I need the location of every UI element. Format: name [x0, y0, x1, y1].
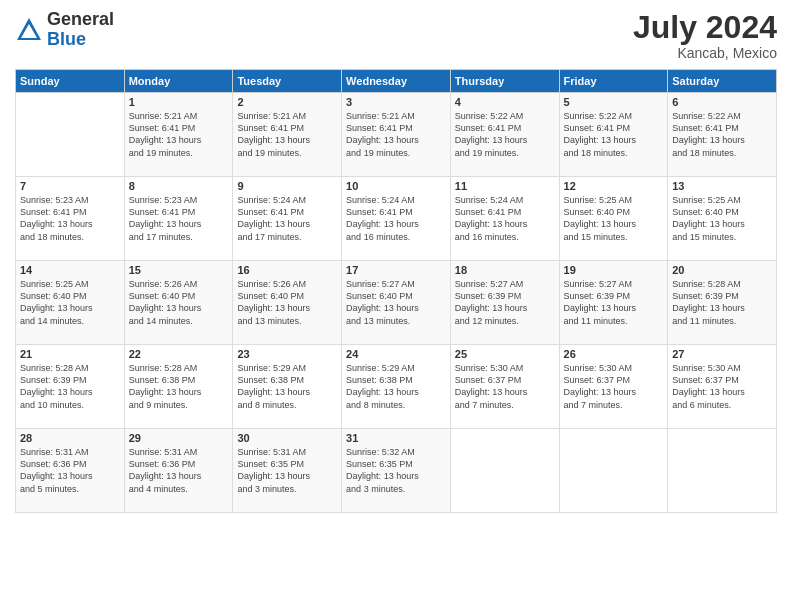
calendar-cell: 6Sunrise: 5:22 AM Sunset: 6:41 PM Daylig… [668, 93, 777, 177]
day-info: Sunrise: 5:31 AM Sunset: 6:35 PM Dayligh… [237, 446, 337, 495]
week-row-5: 28Sunrise: 5:31 AM Sunset: 6:36 PM Dayli… [16, 429, 777, 513]
day-info: Sunrise: 5:21 AM Sunset: 6:41 PM Dayligh… [129, 110, 229, 159]
day-info: Sunrise: 5:29 AM Sunset: 6:38 PM Dayligh… [237, 362, 337, 411]
calendar-cell: 30Sunrise: 5:31 AM Sunset: 6:35 PM Dayli… [233, 429, 342, 513]
calendar-cell: 27Sunrise: 5:30 AM Sunset: 6:37 PM Dayli… [668, 345, 777, 429]
day-info: Sunrise: 5:25 AM Sunset: 6:40 PM Dayligh… [564, 194, 664, 243]
logo-blue: Blue [47, 29, 86, 49]
calendar-cell: 4Sunrise: 5:22 AM Sunset: 6:41 PM Daylig… [450, 93, 559, 177]
calendar-cell: 20Sunrise: 5:28 AM Sunset: 6:39 PM Dayli… [668, 261, 777, 345]
calendar-cell: 25Sunrise: 5:30 AM Sunset: 6:37 PM Dayli… [450, 345, 559, 429]
weekday-header-friday: Friday [559, 70, 668, 93]
calendar-cell: 23Sunrise: 5:29 AM Sunset: 6:38 PM Dayli… [233, 345, 342, 429]
calendar-cell: 14Sunrise: 5:25 AM Sunset: 6:40 PM Dayli… [16, 261, 125, 345]
day-number: 9 [237, 180, 337, 192]
day-info: Sunrise: 5:32 AM Sunset: 6:35 PM Dayligh… [346, 446, 446, 495]
calendar-cell: 3Sunrise: 5:21 AM Sunset: 6:41 PM Daylig… [342, 93, 451, 177]
calendar-cell: 5Sunrise: 5:22 AM Sunset: 6:41 PM Daylig… [559, 93, 668, 177]
day-info: Sunrise: 5:23 AM Sunset: 6:41 PM Dayligh… [20, 194, 120, 243]
day-number: 29 [129, 432, 229, 444]
calendar-cell: 19Sunrise: 5:27 AM Sunset: 6:39 PM Dayli… [559, 261, 668, 345]
day-number: 30 [237, 432, 337, 444]
day-number: 12 [564, 180, 664, 192]
day-info: Sunrise: 5:26 AM Sunset: 6:40 PM Dayligh… [237, 278, 337, 327]
day-info: Sunrise: 5:28 AM Sunset: 6:39 PM Dayligh… [20, 362, 120, 411]
day-number: 10 [346, 180, 446, 192]
day-info: Sunrise: 5:22 AM Sunset: 6:41 PM Dayligh… [672, 110, 772, 159]
day-info: Sunrise: 5:29 AM Sunset: 6:38 PM Dayligh… [346, 362, 446, 411]
day-number: 18 [455, 264, 555, 276]
day-number: 21 [20, 348, 120, 360]
day-info: Sunrise: 5:27 AM Sunset: 6:39 PM Dayligh… [564, 278, 664, 327]
day-info: Sunrise: 5:24 AM Sunset: 6:41 PM Dayligh… [455, 194, 555, 243]
day-number: 28 [20, 432, 120, 444]
day-info: Sunrise: 5:31 AM Sunset: 6:36 PM Dayligh… [20, 446, 120, 495]
calendar-cell: 31Sunrise: 5:32 AM Sunset: 6:35 PM Dayli… [342, 429, 451, 513]
day-info: Sunrise: 5:30 AM Sunset: 6:37 PM Dayligh… [564, 362, 664, 411]
weekday-header-saturday: Saturday [668, 70, 777, 93]
calendar-table: SundayMondayTuesdayWednesdayThursdayFrid… [15, 69, 777, 513]
day-info: Sunrise: 5:30 AM Sunset: 6:37 PM Dayligh… [672, 362, 772, 411]
day-info: Sunrise: 5:28 AM Sunset: 6:38 PM Dayligh… [129, 362, 229, 411]
day-info: Sunrise: 5:30 AM Sunset: 6:37 PM Dayligh… [455, 362, 555, 411]
day-info: Sunrise: 5:21 AM Sunset: 6:41 PM Dayligh… [237, 110, 337, 159]
day-number: 13 [672, 180, 772, 192]
calendar-cell: 16Sunrise: 5:26 AM Sunset: 6:40 PM Dayli… [233, 261, 342, 345]
day-number: 24 [346, 348, 446, 360]
calendar-cell: 17Sunrise: 5:27 AM Sunset: 6:40 PM Dayli… [342, 261, 451, 345]
calendar-cell: 26Sunrise: 5:30 AM Sunset: 6:37 PM Dayli… [559, 345, 668, 429]
day-number: 2 [237, 96, 337, 108]
day-info: Sunrise: 5:25 AM Sunset: 6:40 PM Dayligh… [20, 278, 120, 327]
day-info: Sunrise: 5:28 AM Sunset: 6:39 PM Dayligh… [672, 278, 772, 327]
week-row-4: 21Sunrise: 5:28 AM Sunset: 6:39 PM Dayli… [16, 345, 777, 429]
week-row-3: 14Sunrise: 5:25 AM Sunset: 6:40 PM Dayli… [16, 261, 777, 345]
day-number: 5 [564, 96, 664, 108]
calendar-cell: 29Sunrise: 5:31 AM Sunset: 6:36 PM Dayli… [124, 429, 233, 513]
calendar-cell [559, 429, 668, 513]
day-number: 8 [129, 180, 229, 192]
day-info: Sunrise: 5:22 AM Sunset: 6:41 PM Dayligh… [564, 110, 664, 159]
page: General Blue July 2024 Kancab, Mexico Su… [0, 0, 792, 612]
calendar-cell: 7Sunrise: 5:23 AM Sunset: 6:41 PM Daylig… [16, 177, 125, 261]
day-number: 7 [20, 180, 120, 192]
title-block: July 2024 Kancab, Mexico [633, 10, 777, 61]
day-number: 3 [346, 96, 446, 108]
calendar-cell: 15Sunrise: 5:26 AM Sunset: 6:40 PM Dayli… [124, 261, 233, 345]
calendar-cell: 24Sunrise: 5:29 AM Sunset: 6:38 PM Dayli… [342, 345, 451, 429]
calendar-cell [16, 93, 125, 177]
calendar-cell: 10Sunrise: 5:24 AM Sunset: 6:41 PM Dayli… [342, 177, 451, 261]
calendar-cell: 2Sunrise: 5:21 AM Sunset: 6:41 PM Daylig… [233, 93, 342, 177]
day-info: Sunrise: 5:24 AM Sunset: 6:41 PM Dayligh… [237, 194, 337, 243]
day-number: 16 [237, 264, 337, 276]
weekday-header-monday: Monday [124, 70, 233, 93]
day-info: Sunrise: 5:23 AM Sunset: 6:41 PM Dayligh… [129, 194, 229, 243]
weekday-header-tuesday: Tuesday [233, 70, 342, 93]
calendar-cell: 8Sunrise: 5:23 AM Sunset: 6:41 PM Daylig… [124, 177, 233, 261]
day-number: 17 [346, 264, 446, 276]
day-number: 6 [672, 96, 772, 108]
day-info: Sunrise: 5:24 AM Sunset: 6:41 PM Dayligh… [346, 194, 446, 243]
week-row-1: 1Sunrise: 5:21 AM Sunset: 6:41 PM Daylig… [16, 93, 777, 177]
week-row-2: 7Sunrise: 5:23 AM Sunset: 6:41 PM Daylig… [16, 177, 777, 261]
day-number: 26 [564, 348, 664, 360]
day-number: 19 [564, 264, 664, 276]
header: General Blue July 2024 Kancab, Mexico [15, 10, 777, 61]
calendar-cell: 1Sunrise: 5:21 AM Sunset: 6:41 PM Daylig… [124, 93, 233, 177]
calendar-cell: 22Sunrise: 5:28 AM Sunset: 6:38 PM Dayli… [124, 345, 233, 429]
calendar-cell: 9Sunrise: 5:24 AM Sunset: 6:41 PM Daylig… [233, 177, 342, 261]
calendar-cell: 28Sunrise: 5:31 AM Sunset: 6:36 PM Dayli… [16, 429, 125, 513]
logo-icon [15, 16, 43, 44]
day-number: 25 [455, 348, 555, 360]
day-info: Sunrise: 5:22 AM Sunset: 6:41 PM Dayligh… [455, 110, 555, 159]
day-number: 31 [346, 432, 446, 444]
day-number: 23 [237, 348, 337, 360]
logo: General Blue [15, 10, 114, 50]
logo-text: General Blue [47, 10, 114, 50]
weekday-header-sunday: Sunday [16, 70, 125, 93]
day-number: 1 [129, 96, 229, 108]
day-number: 22 [129, 348, 229, 360]
day-number: 20 [672, 264, 772, 276]
calendar-cell: 11Sunrise: 5:24 AM Sunset: 6:41 PM Dayli… [450, 177, 559, 261]
day-info: Sunrise: 5:25 AM Sunset: 6:40 PM Dayligh… [672, 194, 772, 243]
day-number: 4 [455, 96, 555, 108]
